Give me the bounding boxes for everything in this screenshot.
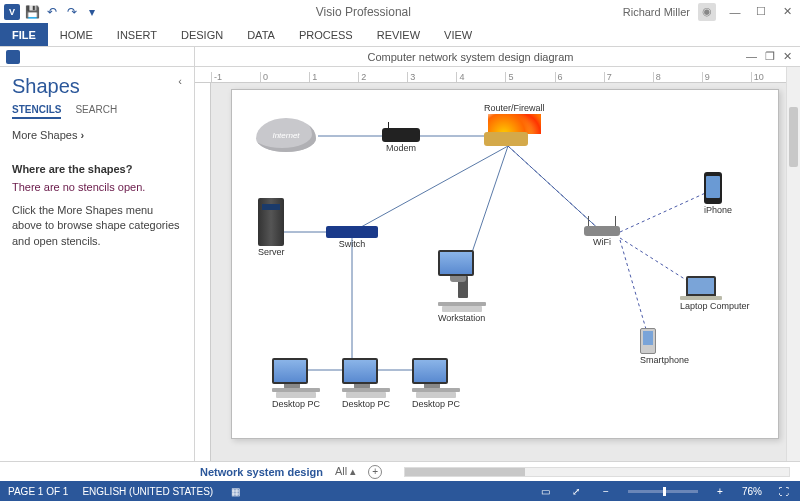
sheet-tab-active[interactable]: Network system design bbox=[200, 466, 323, 478]
sheet-tab-all[interactable]: All ▴ bbox=[335, 465, 356, 478]
firewall-icon bbox=[484, 132, 528, 146]
presentation-mode-icon[interactable]: ▭ bbox=[538, 486, 554, 497]
router-label: Router/Firewall bbox=[484, 104, 545, 114]
quick-access-toolbar: V 💾 ↶ ↷ ▾ bbox=[0, 4, 104, 20]
zoom-level[interactable]: 76% bbox=[742, 486, 762, 497]
desktop-label: Desktop PC bbox=[342, 400, 390, 410]
doc-close-icon[interactable]: ✕ bbox=[783, 50, 792, 63]
user-name[interactable]: Richard Miller bbox=[623, 6, 694, 18]
cloud-icon: Internet bbox=[256, 118, 316, 152]
drawing-page[interactable]: Internet Modem Router/Firewall Server Sw… bbox=[231, 89, 779, 439]
monitor-icon bbox=[412, 358, 448, 384]
smartphone-label: Smartphone bbox=[640, 356, 689, 366]
fit-page-icon[interactable]: ⛶ bbox=[776, 486, 792, 497]
svg-line-2 bbox=[352, 146, 508, 232]
tab-process[interactable]: PROCESS bbox=[287, 23, 365, 46]
tab-insert[interactable]: INSERT bbox=[105, 23, 169, 46]
node-desktop-3[interactable]: Desktop PC bbox=[412, 358, 460, 410]
keyboard-icon bbox=[276, 392, 316, 398]
wifi-label: WiFi bbox=[584, 238, 620, 248]
tab-data[interactable]: DATA bbox=[235, 23, 287, 46]
shapes-empty-hint: Click the More Shapes menu above to brow… bbox=[12, 203, 182, 249]
node-smartphone[interactable]: Smartphone bbox=[640, 328, 689, 366]
keyboard-icon bbox=[416, 392, 456, 398]
ruler-vertical bbox=[195, 83, 211, 461]
zoom-slider[interactable] bbox=[628, 490, 698, 493]
doc-restore-icon[interactable]: ❐ bbox=[765, 50, 775, 63]
redo-icon[interactable]: ↷ bbox=[64, 4, 80, 20]
laptop-label: Laptop Computer bbox=[680, 302, 750, 312]
switch-icon bbox=[326, 226, 378, 238]
node-router[interactable]: Router/Firewall bbox=[484, 102, 545, 146]
search-tab[interactable]: SEARCH bbox=[75, 104, 117, 119]
node-desktop-2[interactable]: Desktop PC bbox=[342, 358, 390, 410]
document-title: Computer network system design diagram bbox=[195, 51, 746, 63]
node-workstation[interactable]: Workstation bbox=[438, 250, 485, 324]
tab-review[interactable]: REVIEW bbox=[365, 23, 432, 46]
more-shapes-menu[interactable]: More Shapes bbox=[12, 129, 182, 141]
zoom-in-icon[interactable]: + bbox=[712, 486, 728, 497]
keyboard-icon bbox=[442, 306, 482, 312]
document-header: Computer network system design diagram —… bbox=[0, 47, 800, 67]
add-sheet-button[interactable]: + bbox=[368, 465, 382, 479]
visio-app-icon[interactable]: V bbox=[4, 4, 20, 20]
iphone-label: iPhone bbox=[704, 206, 732, 216]
scrollbar-horizontal[interactable] bbox=[404, 467, 790, 477]
status-bar: PAGE 1 OF 1 ENGLISH (UNITED STATES) ▦ ▭ … bbox=[0, 481, 800, 501]
minimize-button[interactable]: — bbox=[722, 2, 748, 22]
scroll-thumb[interactable] bbox=[789, 107, 798, 167]
tab-file[interactable]: FILE bbox=[0, 23, 48, 46]
workstation-label: Workstation bbox=[438, 314, 485, 324]
close-button[interactable]: ✕ bbox=[774, 2, 800, 22]
node-modem[interactable]: Modem bbox=[382, 128, 420, 154]
undo-icon[interactable]: ↶ bbox=[44, 4, 60, 20]
fire-icon bbox=[488, 114, 541, 134]
doc-minimize-icon[interactable]: — bbox=[746, 50, 757, 63]
stencils-tab[interactable]: STENCILS bbox=[12, 104, 61, 119]
maximize-button[interactable]: ☐ bbox=[748, 2, 774, 22]
app-title: Visio Professional bbox=[104, 5, 623, 19]
user-avatar-icon[interactable]: ◉ bbox=[698, 3, 716, 21]
tab-view[interactable]: VIEW bbox=[432, 23, 484, 46]
wifi-router-icon bbox=[584, 226, 620, 236]
macro-record-icon[interactable]: ▦ bbox=[227, 486, 243, 497]
node-iphone[interactable]: iPhone bbox=[704, 172, 732, 216]
canvas[interactable]: Internet Modem Router/Firewall Server Sw… bbox=[211, 83, 800, 461]
server-label: Server bbox=[258, 248, 285, 258]
status-language[interactable]: ENGLISH (UNITED STATES) bbox=[82, 486, 213, 497]
fit-window-icon[interactable]: ⤢ bbox=[568, 486, 584, 497]
node-wifi[interactable]: WiFi bbox=[584, 226, 620, 248]
save-icon[interactable]: 💾 bbox=[24, 4, 40, 20]
node-switch[interactable]: Switch bbox=[326, 226, 378, 250]
svg-line-12 bbox=[620, 190, 712, 232]
doc-icon bbox=[6, 50, 20, 64]
modem-icon bbox=[382, 128, 420, 142]
node-laptop[interactable]: Laptop Computer bbox=[680, 274, 750, 312]
monitor-icon bbox=[342, 358, 378, 384]
pda-icon bbox=[640, 328, 656, 354]
desktop-label: Desktop PC bbox=[412, 400, 460, 410]
ruler-horizontal: -1012345678910 bbox=[195, 67, 800, 83]
qat-customize-icon[interactable]: ▾ bbox=[84, 4, 100, 20]
server-icon bbox=[258, 198, 284, 246]
shapes-empty-message: There are no stencils open. bbox=[12, 181, 182, 193]
switch-label: Switch bbox=[326, 240, 378, 250]
shapes-pane: ‹ Shapes STENCILS SEARCH More Shapes Whe… bbox=[0, 67, 195, 461]
svg-line-14 bbox=[620, 240, 648, 336]
collapse-pane-icon[interactable]: ‹ bbox=[178, 75, 182, 87]
shapes-empty-header: Where are the shapes? bbox=[12, 163, 182, 175]
tab-home[interactable]: HOME bbox=[48, 23, 105, 46]
node-desktop-1[interactable]: Desktop PC bbox=[272, 358, 320, 410]
monitor-icon bbox=[438, 250, 474, 276]
sheet-tab-bar: Network system design All ▴ + bbox=[0, 461, 800, 481]
ribbon-tabs: FILE HOME INSERT DESIGN DATA PROCESS REV… bbox=[0, 23, 800, 47]
status-page: PAGE 1 OF 1 bbox=[8, 486, 68, 497]
main-area: ‹ Shapes STENCILS SEARCH More Shapes Whe… bbox=[0, 67, 800, 461]
tab-design[interactable]: DESIGN bbox=[169, 23, 235, 46]
node-internet[interactable]: Internet bbox=[256, 118, 316, 152]
node-server[interactable]: Server bbox=[258, 198, 285, 258]
zoom-out-icon[interactable]: − bbox=[598, 486, 614, 497]
scrollbar-vertical[interactable] bbox=[786, 67, 800, 461]
scroll-thumb[interactable] bbox=[405, 468, 525, 476]
keyboard-icon bbox=[346, 392, 386, 398]
